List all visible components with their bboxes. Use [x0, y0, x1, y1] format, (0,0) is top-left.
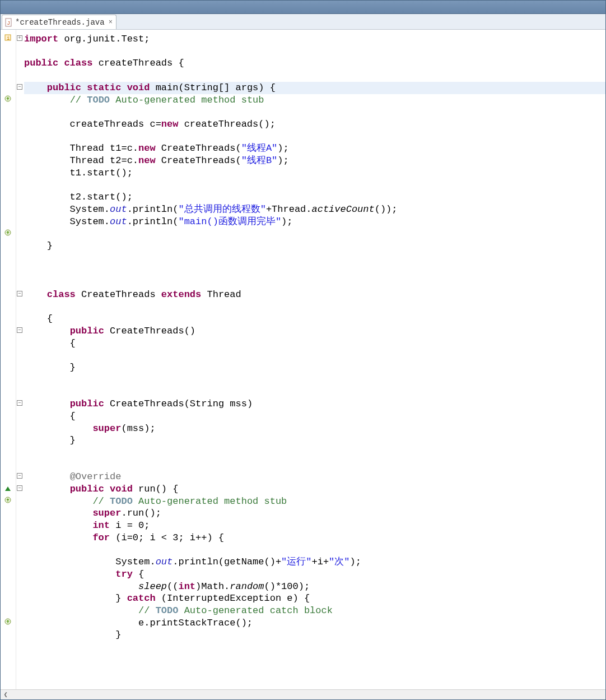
fold-collapse-icon[interactable]: − — [17, 84, 22, 90]
code-view[interactable]: import org.junit.Test; public class crea… — [24, 30, 605, 689]
code-line: public static void main(String[] args) { — [24, 82, 605, 94]
override-marker-icon — [4, 228, 11, 239]
code-line: e.printStackTrace(); — [24, 617, 605, 629]
code-line: t1.start(); — [24, 167, 605, 179]
override-marker — [2, 618, 14, 628]
code-line: @Override — [24, 471, 605, 483]
code-line — [24, 300, 605, 313]
code-line — [24, 459, 605, 471]
import-marker: i — [2, 34, 14, 44]
code-line: } — [24, 434, 605, 447]
code-line: } — [24, 240, 605, 252]
code-line: // TODO Auto-generated method stub — [24, 94, 605, 106]
override-marker-icon — [4, 617, 11, 628]
code-line: } — [24, 629, 605, 641]
code-line: Thread t1=c.new CreateThreads("线程A"); — [24, 142, 605, 155]
code-line: import org.junit.Test; — [24, 33, 605, 45]
code-line — [24, 447, 605, 459]
code-line: super.run(); — [24, 507, 605, 520]
fold-collapse-icon[interactable]: − — [17, 327, 22, 333]
code-line — [24, 544, 605, 557]
fold-collapse-icon[interactable]: − — [17, 485, 22, 491]
fold-collapse-icon[interactable]: − — [17, 400, 22, 406]
code-line — [24, 264, 605, 276]
file-tab-label: *createThreads.java — [15, 18, 105, 27]
fold-column: +−−−−−− — [16, 30, 24, 689]
override-marker — [2, 496, 14, 506]
editor-tab-bar: J *createThreads.java × — [1, 14, 605, 30]
code-line: System.out.println("main()函数调用完毕"); — [24, 216, 605, 228]
code-line: for (i=0; i < 3; i++) { — [24, 532, 605, 544]
code-line: { — [24, 313, 605, 325]
code-line — [24, 69, 605, 82]
code-line — [24, 349, 605, 361]
svg-text:J: J — [7, 20, 10, 26]
java-file-icon: J — [4, 18, 13, 27]
code-line: } — [24, 361, 605, 374]
code-line: createThreads c=new createThreads(); — [24, 118, 605, 131]
code-line: Thread t2=c.new CreateThreads("线程B"); — [24, 155, 605, 167]
code-line: } catch (InterruptedException e) { — [24, 592, 605, 605]
horizontal-scrollbar[interactable]: ❮ — [1, 689, 605, 699]
code-line — [24, 252, 605, 265]
code-line: { — [24, 410, 605, 423]
code-line: { — [24, 337, 605, 350]
editor-area: i +−−−−−− import org.junit.Test; public … — [1, 30, 605, 689]
code-line: class CreateThreads extends Thread — [24, 289, 605, 301]
code-line — [24, 276, 605, 289]
fold-collapse-icon[interactable]: − — [17, 473, 22, 479]
fold-collapse-icon[interactable]: − — [17, 291, 22, 296]
scroll-left-icon[interactable]: ❮ — [1, 690, 11, 699]
import-warning-icon: i — [4, 34, 12, 44]
override-marker-icon — [4, 495, 11, 506]
code-line: // TODO Auto-generated catch block — [24, 605, 605, 617]
code-line: public class createThreads { — [24, 57, 605, 69]
code-line: public CreateThreads(String mss) — [24, 398, 605, 410]
override-up-icon — [5, 486, 11, 491]
code-line: int i = 0; — [24, 520, 605, 532]
override-marker — [2, 95, 14, 105]
code-line: sleep((int)Math.random()*100); — [24, 581, 605, 593]
code-line: super(mss); — [24, 423, 605, 435]
gutter: i — [1, 30, 16, 689]
close-icon[interactable]: × — [109, 18, 113, 26]
code-line — [24, 228, 605, 240]
code-line: try { — [24, 568, 605, 581]
code-line — [24, 179, 605, 191]
code-line — [24, 106, 605, 118]
code-line: System.out.println("总共调用的线程数"+Thread.act… — [24, 203, 605, 216]
code-line: public CreateThreads() — [24, 325, 605, 337]
window-titlebar — [1, 1, 605, 14]
code-line: // TODO Auto-generated method stub — [24, 495, 605, 508]
override-marker-icon — [4, 94, 11, 105]
code-line — [24, 386, 605, 398]
code-line — [24, 374, 605, 386]
code-line — [24, 45, 605, 58]
override-marker — [2, 228, 14, 238]
file-tab[interactable]: J *createThreads.java × — [2, 15, 116, 29]
code-line: public void run() { — [24, 483, 605, 495]
code-line: System.out.println(getName()+"运行"+i+"次")… — [24, 556, 605, 568]
fold-expand-icon[interactable]: + — [17, 35, 22, 41]
code-line — [24, 131, 605, 143]
code-line: t2.start(); — [24, 191, 605, 203]
svg-text:i: i — [7, 36, 10, 41]
override-triangle — [2, 484, 14, 494]
